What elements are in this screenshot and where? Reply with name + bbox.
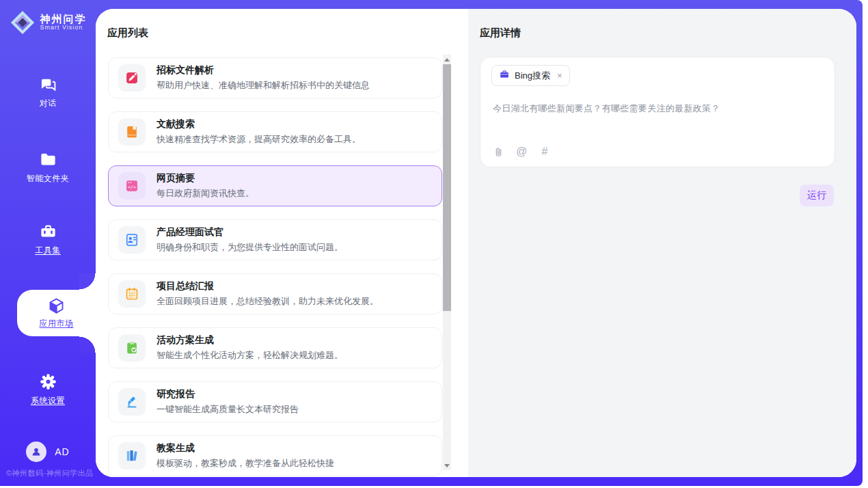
app-list-title: 应用列表 xyxy=(107,27,148,40)
app-card-title: 项目总结汇报 xyxy=(157,280,379,293)
app-card[interactable]: 产品经理面试官 明确身份和职责，为您提供专业性的面试问题。 xyxy=(108,219,442,260)
books-icon xyxy=(118,442,146,470)
brand-name: 神州问学 xyxy=(40,14,87,25)
app-detail-panel: 应用详情 Bing搜索 × 今日湖北有哪些新闻要点？有哪些需要关注的最新政策？ … xyxy=(468,9,856,477)
app-list-panel: 应用列表 招标文件解析 帮助用户快速、准确地理解和解析招标书中的关键信息 文献搜… xyxy=(96,9,468,477)
app-card-desc: 明确身份和职责，为您提供专业性的面试问题。 xyxy=(157,241,343,254)
sidebar-item-label: 智能文件夹 xyxy=(27,173,70,185)
app-card[interactable]: 研究报告 一键智能生成高质量长文本研究报告 xyxy=(108,381,442,422)
app-window: 神州问学 Smart Vision 对话 智能文件夹 工具集 应用市场 系统设置 xyxy=(0,0,863,486)
sidebar-item-label: 对话 xyxy=(40,98,57,109)
toolbox-icon xyxy=(39,222,57,241)
app-card-title: 教案生成 xyxy=(157,442,334,455)
user-row[interactable]: AD xyxy=(0,442,96,462)
hash-icon[interactable]: # xyxy=(539,146,551,158)
brand-logo: 神州问学 Smart Vision xyxy=(0,10,96,36)
browser-code-icon: </> xyxy=(118,172,146,200)
app-card-title: 招标文件解析 xyxy=(157,64,370,77)
app-card-desc: 全面回顾项目进展，总结经验教训，助力未来优化发展。 xyxy=(157,295,379,308)
sidebar-item-对话[interactable]: 对话 xyxy=(0,75,96,109)
app-card-desc: 模板驱动，教案秒成，教学准备从此轻松快捷 xyxy=(157,457,334,470)
tool-tag-label: Bing搜索 xyxy=(515,70,550,82)
app-card-desc: 帮助用户快速、准确地理解和解析招标书中的关键信息 xyxy=(157,79,370,92)
sidebar-item-工具集[interactable]: 工具集 xyxy=(0,222,96,256)
app-card-desc: 快速精准查找学术资源，提高研究效率的必备工具。 xyxy=(157,133,361,146)
copyright-text: ©神州数码·神州问学出品 xyxy=(6,468,94,478)
app-card-title: 产品经理面试官 xyxy=(157,226,343,239)
app-card[interactable]: 活动方案生成 智能生成个性化活动方案，轻松解决规划难题。 xyxy=(108,327,442,368)
app-card[interactable]: 招标文件解析 帮助用户快速、准确地理解和解析招标书中的关键信息 xyxy=(108,57,442,98)
sidebar-item-label: 应用市场 xyxy=(40,318,74,329)
svg-text:</>: </> xyxy=(128,185,136,190)
sidebar-item-label: 系统设置 xyxy=(31,395,65,407)
sidebar-item-系统设置[interactable]: 系统设置 xyxy=(0,372,96,407)
chat-icon xyxy=(39,75,57,94)
app-cards: 招标文件解析 帮助用户快速、准确地理解和解析招标书中的关键信息 文献搜索 快速精… xyxy=(108,57,442,476)
avatar[interactable] xyxy=(26,442,46,462)
page: 神州问学 Smart Vision 对话 智能文件夹 工具集 应用市场 系统设置 xyxy=(0,0,868,488)
sidebar-item-label: 工具集 xyxy=(35,245,61,256)
app-card-desc: 智能生成个性化活动方案，轻松解决规划难题。 xyxy=(157,349,343,362)
sidebar-item-应用市场-active[interactable]: 应用市场 xyxy=(17,290,96,336)
user-label: AD xyxy=(55,446,69,457)
app-card-title: 活动方案生成 xyxy=(157,334,343,347)
sidebar-item-智能文件夹[interactable]: 智能文件夹 xyxy=(0,150,96,185)
prompt-card: Bing搜索 × 今日湖北有哪些新闻要点？有哪些需要关注的最新政策？ @# xyxy=(480,57,835,167)
scrollbar-thumb[interactable] xyxy=(443,64,451,311)
folder-icon xyxy=(39,150,57,169)
scroll-down-arrow-icon[interactable] xyxy=(443,461,451,470)
person-icon xyxy=(29,445,43,459)
gear-icon xyxy=(39,372,57,391)
diamond-logo-icon xyxy=(10,10,36,36)
clipboard-check-icon xyxy=(118,334,146,362)
close-icon[interactable]: × xyxy=(557,71,562,80)
app-card[interactable]: 文献搜索 快速精准查找学术资源，提高研究效率的必备工具。 xyxy=(108,111,442,152)
book-icon xyxy=(118,118,146,146)
main-surface: 应用列表 招标文件解析 帮助用户快速、准确地理解和解析招标书中的关键信息 文献搜… xyxy=(96,9,856,477)
edit-square-icon xyxy=(118,64,146,92)
cube-icon xyxy=(47,297,66,315)
scroll-up-arrow-icon[interactable] xyxy=(443,55,451,64)
app-card-desc: 每日政府新闻资讯快查。 xyxy=(157,187,254,200)
app-card-desc: 一键智能生成高质量长文本研究报告 xyxy=(157,403,299,416)
tool-tag-bing-search[interactable]: Bing搜索 × xyxy=(491,65,570,86)
run-button[interactable]: 运行 xyxy=(800,185,834,206)
brand-subtitle: Smart Vision xyxy=(40,25,87,31)
app-card[interactable]: 教案生成 模板驱动，教案秒成，教学准备从此轻松快捷 xyxy=(108,435,442,476)
scrollbar[interactable] xyxy=(443,55,451,470)
app-detail-title: 应用详情 xyxy=(480,27,521,40)
calendar-note-icon xyxy=(118,280,146,308)
prompt-input[interactable]: 今日湖北有哪些新闻要点？有哪些需要关注的最新政策？ xyxy=(493,103,822,115)
app-card-title: 网页摘要 xyxy=(157,172,254,185)
app-card[interactable]: 项目总结汇报 全面回顾项目进展，总结经验教训，助力未来优化发展。 xyxy=(108,273,442,314)
mention-icon[interactable]: @ xyxy=(515,146,528,158)
prompt-toolbar: @# xyxy=(492,146,551,158)
sidebar: 神州问学 Smart Vision 对话 智能文件夹 工具集 应用市场 系统设置 xyxy=(0,0,96,486)
briefcase-icon xyxy=(499,69,510,83)
app-card-title: 文献搜索 xyxy=(157,118,361,131)
app-card-title: 研究报告 xyxy=(157,388,299,401)
attachment-icon[interactable] xyxy=(492,146,504,158)
microscope-icon xyxy=(118,388,146,416)
app-card[interactable]: </> 网页摘要 每日政府新闻资讯快查。 xyxy=(108,165,442,206)
person-doc-icon xyxy=(118,226,146,254)
